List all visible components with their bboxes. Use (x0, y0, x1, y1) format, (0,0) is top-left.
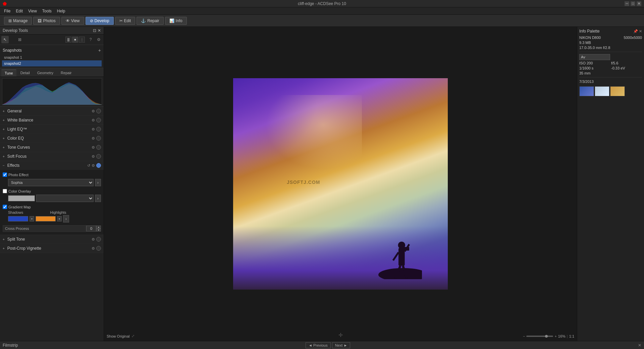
photo-effect-select[interactable]: Sophia (8, 179, 94, 186)
eff-gear-icon[interactable]: ⚙ (92, 163, 95, 168)
effects-header[interactable]: − Effects ↺ ⚙ (0, 161, 104, 170)
leq-gear-icon[interactable]: ⚙ (92, 127, 95, 132)
edit-button[interactable]: ✂ Edit (115, 17, 136, 25)
add-snapshot-button[interactable]: + (98, 48, 101, 53)
info-pin-icon[interactable]: 📌 (633, 29, 638, 34)
info-close-icon[interactable]: ✕ (639, 29, 642, 34)
mini-thumb-2[interactable] (595, 86, 609, 96)
zoom-out-button[interactable]: − (523, 334, 525, 338)
sf-toggle[interactable] (96, 154, 101, 159)
crop-tool[interactable]: ⊠ (16, 36, 23, 43)
st-gear-icon[interactable]: ⚙ (92, 237, 95, 242)
post-crop-header[interactable]: + Post-Crop Vignette ⚙ (0, 244, 104, 253)
expand-icon[interactable]: ⤢ (131, 334, 135, 338)
settings-icon[interactable]: ⚙ (95, 36, 102, 43)
cross-process-input[interactable] (86, 226, 96, 232)
ceq-gear-icon[interactable]: ⚙ (92, 136, 95, 141)
filmstrip-close[interactable]: ✕ (638, 343, 641, 348)
tab-tune[interactable]: Tune (1, 69, 16, 77)
photo-effect-checkbox[interactable] (3, 172, 7, 177)
st-toggle[interactable] (96, 237, 101, 242)
shadows-color-swatch[interactable] (8, 216, 28, 221)
ceq-toggle[interactable] (96, 136, 101, 141)
cross-process-down[interactable]: ▼ (96, 229, 101, 232)
tab-repair[interactable]: Repair (57, 69, 75, 77)
gradient-map-checkbox-label[interactable]: Gradient Map (3, 205, 101, 209)
manage-button[interactable]: ⊞ Manage (4, 17, 32, 25)
snapshot-item-1[interactable]: snapshot 1 (2, 54, 102, 60)
eff-refresh-icon[interactable]: ↺ (87, 163, 90, 168)
help-icon[interactable]: ? (87, 36, 94, 43)
highlights-color-swatch[interactable] (36, 216, 56, 221)
snapshot-item-2[interactable]: snapshot2 (2, 60, 102, 66)
effects-label: Effects (7, 163, 19, 168)
leq-toggle[interactable] (96, 127, 101, 132)
close-button[interactable]: ✕ (637, 1, 641, 6)
color-overlay-arrow[interactable]: › (95, 195, 101, 202)
light-eq-label: Light EQ™ (7, 127, 27, 132)
gradient-colors: ▾ ▾ › (3, 215, 101, 222)
develop-button[interactable]: ⊘ Develop (86, 17, 114, 25)
menu-file[interactable]: File (1, 8, 13, 14)
split-tone-header[interactable]: + Split Tone ⚙ (0, 235, 104, 244)
general-gear-icon[interactable]: ⚙ (92, 109, 95, 113)
menu-help[interactable]: Help (54, 8, 68, 14)
color-eq-header[interactable]: + Color EQ ⚙ (0, 134, 104, 143)
eff-toggle[interactable] (96, 163, 101, 168)
tab-geometry[interactable]: Geometry (34, 69, 57, 77)
floating-icon[interactable]: ⊡ (93, 28, 96, 33)
show-original-label[interactable]: Show Original (107, 334, 129, 338)
shadows-dropdown[interactable]: ▾ (30, 216, 34, 221)
photo-effect-arrow[interactable]: › (95, 179, 101, 186)
pcv-gear-icon[interactable]: ⚙ (92, 246, 95, 251)
titlebar-controls[interactable]: ─ □ ✕ (625, 1, 641, 6)
menu-edit[interactable]: Edit (13, 8, 25, 14)
cursor-tool[interactable]: ↖ (1, 36, 9, 43)
tc-toggle[interactable] (96, 145, 101, 150)
prev-button[interactable]: ◄ Previous (306, 342, 331, 348)
zoom-slider[interactable] (526, 336, 553, 337)
wb-toggle[interactable] (96, 118, 101, 122)
highlights-dropdown[interactable]: ▾ (57, 216, 62, 221)
wb-gear-icon[interactable]: ⚙ (92, 118, 95, 122)
color-overlay-swatch[interactable] (8, 195, 35, 201)
histogram-mode-1[interactable]: ▓ (65, 37, 71, 43)
menu-tools[interactable]: Tools (40, 8, 54, 14)
gradient-arrow[interactable]: › (63, 215, 69, 222)
general-header[interactable]: + General ⚙ (0, 107, 104, 115)
lens-value: 17.0-35.0 mm f/2.8 (579, 46, 610, 50)
repair-button[interactable]: ⚓ Repair (137, 17, 163, 25)
general-toggle[interactable] (96, 109, 101, 113)
pcv-toggle[interactable] (96, 246, 101, 251)
light-eq-header[interactable]: + Light EQ™ ⚙ (0, 125, 104, 134)
color-overlay-select[interactable] (36, 195, 94, 202)
date-value: 7/3/2013 (579, 80, 594, 84)
gradient-map-checkbox[interactable] (3, 205, 7, 209)
white-balance-header[interactable]: + White Balance ⚙ (0, 116, 104, 124)
info-icon: 📊 (169, 18, 174, 23)
tab-detail[interactable]: Detail (17, 69, 33, 77)
mini-thumb-1[interactable] (579, 86, 594, 96)
soft-focus-header[interactable]: + Soft Focus ⚙ (0, 152, 104, 161)
close-panel-button[interactable]: ✕ (98, 28, 101, 33)
tone-curves-header[interactable]: + Tone Curves ⚙ (0, 143, 104, 152)
view-button[interactable]: 👁 View (61, 17, 84, 25)
color-overlay-checkbox-label[interactable]: Color Overlay (3, 189, 101, 193)
mini-thumb-3[interactable] (610, 86, 625, 96)
ev-item: -0.33 eV (611, 66, 642, 70)
color-overlay-checkbox[interactable] (3, 189, 7, 193)
info-button[interactable]: 📊 Info (165, 17, 187, 25)
sf-gear-icon[interactable]: ⚙ (92, 154, 95, 159)
photos-button[interactable]: 🖼 Photos (33, 17, 60, 25)
tc-gear-icon[interactable]: ⚙ (92, 145, 95, 150)
histogram-mode-2[interactable]: ■ (72, 37, 78, 43)
info-divider-1 (579, 52, 642, 52)
photo-effect-checkbox-label[interactable]: Photo Effect (3, 172, 29, 177)
histogram-mode-3[interactable]: ░ (79, 37, 85, 43)
cross-process-up[interactable]: ▲ (96, 226, 101, 229)
zoom-in-button[interactable]: + (554, 334, 556, 338)
next-button[interactable]: Next ► (332, 342, 351, 348)
minimize-button[interactable]: ─ (625, 1, 629, 6)
menu-view[interactable]: View (25, 8, 40, 14)
restore-button[interactable]: □ (631, 1, 635, 6)
